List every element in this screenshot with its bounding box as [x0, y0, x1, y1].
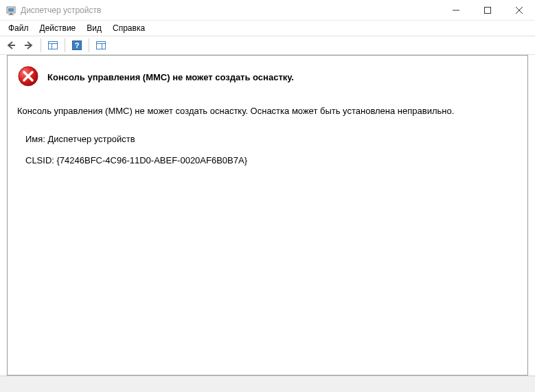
help-icon: ? [71, 40, 82, 51]
app-icon [5, 5, 16, 16]
arrow-left-icon [5, 40, 16, 51]
show-hide-tree-button[interactable] [45, 37, 61, 54]
toolbar: ? [0, 36, 535, 55]
help-button[interactable]: ? [69, 37, 85, 54]
toolbar-separator [41, 38, 41, 52]
error-body: Консоль управления (MMC) не может создат… [17, 104, 518, 168]
titlebar: Диспетчер устройств [0, 0, 535, 21]
menubar: Файл Действие Вид Справка [0, 21, 535, 36]
content-area: Консоль управления (MMC) не может создат… [7, 55, 528, 376]
maximize-button[interactable] [472, 0, 503, 21]
error-header: Консоль управления (MMC) не может создат… [17, 65, 518, 89]
error-clsid: CLSID: {74246BFC-4C96-11D0-ABEF-0020AF6B… [25, 154, 518, 168]
menu-file[interactable]: Файл [3, 21, 34, 35]
window-title: Диспетчер устройств [21, 5, 440, 15]
window-controls [440, 0, 535, 20]
back-button[interactable] [3, 37, 19, 54]
toolbar-separator [65, 38, 65, 52]
svg-rect-2 [10, 13, 12, 14]
svg-rect-13 [97, 42, 106, 49]
statusbar [0, 376, 535, 392]
error-name: Имя: Диспетчер устройств [25, 132, 518, 147]
panel-icon [47, 40, 58, 51]
svg-rect-5 [485, 8, 491, 14]
action-pane-button[interactable] [93, 37, 109, 54]
panel-right-icon [95, 40, 106, 51]
minimize-button[interactable] [440, 0, 472, 21]
menu-help[interactable]: Справка [107, 21, 150, 35]
svg-rect-1 [8, 8, 14, 12]
svg-rect-8 [49, 42, 58, 49]
error-title: Консоль управления (MMC) не может создат… [47, 72, 294, 82]
forward-button[interactable] [21, 37, 37, 54]
error-icon [17, 65, 39, 89]
svg-rect-3 [8, 14, 14, 15]
error-message: Консоль управления (MMC) не может создат… [17, 104, 518, 119]
toolbar-separator [89, 38, 89, 52]
close-button[interactable] [503, 0, 535, 21]
menu-view[interactable]: Вид [81, 21, 107, 35]
svg-text:?: ? [75, 41, 80, 49]
menu-action[interactable]: Действие [34, 21, 82, 35]
arrow-right-icon [23, 40, 34, 51]
